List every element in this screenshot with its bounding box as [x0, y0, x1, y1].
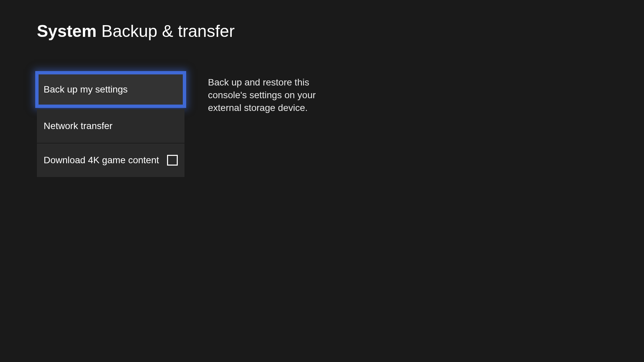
page-header: System Backup & transfer — [0, 0, 644, 41]
checkbox-icon[interactable] — [167, 155, 178, 166]
header-category: System — [37, 22, 97, 41]
menu-item-label: Back up my settings — [44, 84, 178, 95]
description-panel: Back up and restore this console's setti… — [208, 73, 349, 178]
menu-item-label: Download 4K game content — [44, 155, 160, 166]
header-page-title: Backup & transfer — [101, 22, 234, 41]
menu-item-label: Network transfer — [44, 121, 178, 131]
menu-item-download-4k[interactable]: Download 4K game content — [37, 143, 184, 177]
settings-menu: Back up my settings Network transfer Dow… — [37, 73, 184, 178]
menu-item-backup-settings[interactable]: Back up my settings — [35, 71, 186, 108]
description-text: Back up and restore this console's setti… — [208, 76, 349, 114]
menu-item-network-transfer[interactable]: Network transfer — [37, 109, 184, 143]
content-area: Back up my settings Network transfer Dow… — [0, 41, 644, 178]
